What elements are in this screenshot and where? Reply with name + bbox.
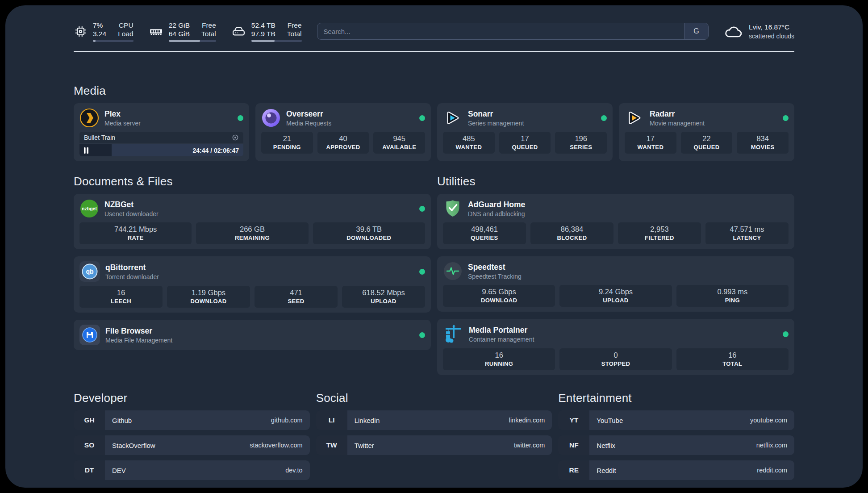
stat-tile-approved: 40APPROVED [317, 132, 369, 154]
search-input[interactable] [317, 23, 684, 39]
stat-tile-queries: 498,461QUERIES [443, 222, 526, 244]
dashboard-panel: 7% CPU 3.24 Load [5, 5, 863, 488]
stat-tile-wanted: 485WANTED [443, 132, 495, 154]
app-card-adguard[interactable]: AdGuard Home DNS and adblocking 498,461Q… [437, 194, 794, 249]
documents-section: Documents & Files nzbget NZBGet Usenet d… [74, 175, 431, 350]
app-name: Radarr [650, 109, 705, 119]
stat-tile-upload: 9.24 GbpsUPLOAD [559, 285, 672, 307]
playback-progress-bar[interactable]: 24:44 / 02:06:47 [79, 144, 243, 156]
link-abbr: TW [316, 435, 347, 455]
weather-location-temp: Lviv, 16.87°C [749, 23, 794, 31]
app-description: Torrent downloader [105, 273, 159, 280]
link-name: YouTube [597, 417, 623, 424]
svg-text:nzbget: nzbget [82, 206, 97, 211]
stat-tile-stopped: 0STOPPED [559, 348, 672, 370]
memory-total-label: Total [201, 29, 216, 38]
pause-icon[interactable] [83, 147, 89, 154]
app-description: Media server [104, 120, 141, 127]
link-url: github.com [271, 417, 303, 424]
status-online-dot [419, 115, 425, 121]
app-card-speedtest[interactable]: Speedtest Speedtest Tracking 9.65 GbpsDO… [437, 256, 794, 312]
app-card-qbittorrent[interactable]: qb qBittorrent Torrent downloader 16LEEC… [74, 256, 431, 313]
utilities-section: Utilities AdGuard Home DNS and adblockin… [437, 175, 794, 375]
search-bar: G [317, 23, 709, 40]
status-online-dot [783, 331, 789, 337]
stat-tile-seed: 471SEED [255, 286, 338, 308]
entertainment-section: Entertainment YT YouTube youtube.com NF … [558, 391, 794, 480]
session-icon[interactable] [232, 134, 239, 141]
link-abbr: SO [74, 435, 105, 455]
link-stackoverflow[interactable]: SO StackOverflow stackoverflow.com [74, 435, 310, 455]
disk-total-value: 97.9 TB [251, 29, 275, 38]
link-dev[interactable]: DT DEV dev.to [74, 460, 310, 480]
header-bar: 7% CPU 3.24 Load [74, 20, 794, 43]
app-description: Media File Management [105, 337, 172, 344]
app-card-nzbget[interactable]: nzbget NZBGet Usenet downloader 744.21 M… [74, 194, 431, 249]
status-online-dot [419, 206, 425, 212]
app-description: Container management [469, 336, 534, 343]
stat-tile-pending: 21PENDING [261, 132, 313, 154]
social-section: Social LI LinkedIn linkedin.com TW Twitt… [316, 391, 552, 455]
app-card-plex[interactable]: Plex Media server Bullet Train [74, 103, 249, 161]
link-youtube[interactable]: YT YouTube youtube.com [558, 410, 794, 430]
app-card-overseerr[interactable]: Overseerr Media Requests 21PENDING 40APP… [255, 103, 431, 161]
link-github[interactable]: GH Github github.com [74, 410, 310, 430]
memory-stat: 22 GiB Free 64 GiB Total [149, 21, 216, 42]
app-card-portainer[interactable]: Media Portainer Container management 16R… [437, 319, 794, 375]
link-twitter[interactable]: TW Twitter twitter.com [316, 435, 552, 455]
app-description: Series management [468, 120, 524, 127]
stat-tile-leech: 16LEECH [79, 286, 163, 308]
search-engine-button[interactable]: G [684, 23, 708, 39]
app-card-sonarr[interactable]: Sonarr Series management 485WANTED 17QUE… [437, 103, 613, 161]
stat-tile-available: 945AVAILABLE [373, 132, 425, 154]
app-name: Plex [104, 109, 141, 119]
stat-tile-movies: 834MOVIES [737, 132, 789, 154]
app-description: Movie management [650, 120, 705, 127]
svg-text:qb: qb [86, 268, 93, 275]
weather-widget: Lviv, 16.87°C scattered clouds [724, 23, 794, 40]
utilities-section-title: Utilities [437, 175, 794, 188]
app-name: Sonarr [468, 109, 524, 119]
memory-free-label: Free [202, 21, 216, 29]
stat-tile-downloaded: 39.6 TBDOWNLOADED [313, 222, 425, 244]
link-abbr: RE [558, 460, 589, 480]
playback-time: 24:44 / 02:06:47 [192, 147, 243, 154]
link-reddit[interactable]: RE Reddit reddit.com [558, 460, 794, 480]
link-name: Reddit [597, 467, 616, 474]
speedtest-icon [443, 261, 463, 281]
qbittorrent-icon: qb [79, 261, 100, 282]
link-url: youtube.com [750, 417, 787, 424]
radarr-icon [625, 108, 644, 128]
app-name: File Browser [105, 326, 172, 336]
app-card-radarr[interactable]: Radarr Movie management 17WANTED 22QUEUE… [619, 103, 794, 161]
overseerr-icon [261, 108, 281, 128]
disk-icon [231, 24, 246, 39]
link-abbr: LI [316, 410, 347, 430]
link-netflix[interactable]: NF Netflix netflix.com [558, 435, 794, 455]
cloud-icon [724, 23, 743, 39]
status-online-dot [419, 269, 425, 275]
app-card-filebrowser[interactable]: File Browser Media File Management [74, 320, 431, 350]
disk-total-label: Total [287, 29, 302, 38]
stat-tile-ping: 0.993 msPING [676, 285, 789, 307]
status-online-dot [419, 332, 425, 338]
link-name: Twitter [355, 442, 374, 449]
link-name: DEV [112, 467, 126, 474]
link-url: twitter.com [514, 442, 545, 449]
memory-progress-bar [169, 40, 216, 42]
stat-tile-latency: 47.571 msLATENCY [705, 222, 789, 244]
stat-tile-rate: 744.21 MbpsRATE [79, 222, 192, 244]
app-name: qBittorrent [105, 263, 159, 272]
link-linkedin[interactable]: LI LinkedIn linkedin.com [316, 410, 552, 430]
app-name: Speedtest [468, 263, 522, 272]
plex-icon [79, 108, 99, 128]
media-section: Media Plex Media server B [74, 84, 794, 161]
cpu-progress-bar [93, 40, 134, 42]
link-url: stackoverflow.com [250, 442, 302, 449]
social-section-title: Social [316, 391, 552, 405]
entertainment-section-title: Entertainment [558, 391, 794, 405]
stat-tile-wanted: 17WANTED [625, 132, 676, 154]
nzbget-icon: nzbget [79, 199, 99, 218]
stat-tile-remaining: 266 GBREMAINING [196, 222, 308, 244]
disk-progress-bar [251, 40, 302, 42]
